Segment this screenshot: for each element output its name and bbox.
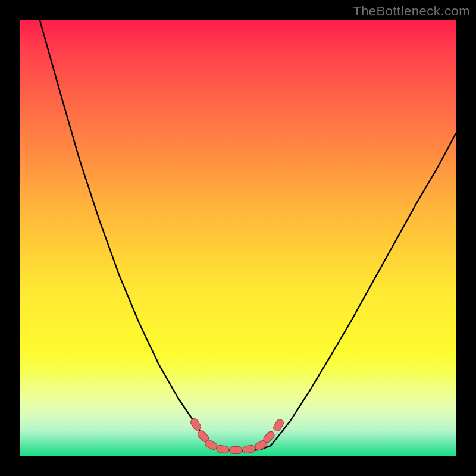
highlight-markers [189,417,284,453]
bottleneck-path [40,20,456,450]
plot-area [20,20,456,456]
highlight-marker [242,445,255,454]
watermark-text: TheBottleneck.com [353,4,470,19]
svg-rect-4 [230,446,242,453]
highlight-marker [189,417,202,431]
svg-rect-3 [216,445,229,454]
highlight-marker [216,445,229,454]
bottleneck-curve [40,20,456,450]
svg-rect-5 [242,445,255,454]
highlight-marker [230,446,242,453]
chart-frame: TheBottleneck.com [0,0,476,476]
curve-layer [20,20,456,456]
svg-rect-0 [189,417,202,431]
